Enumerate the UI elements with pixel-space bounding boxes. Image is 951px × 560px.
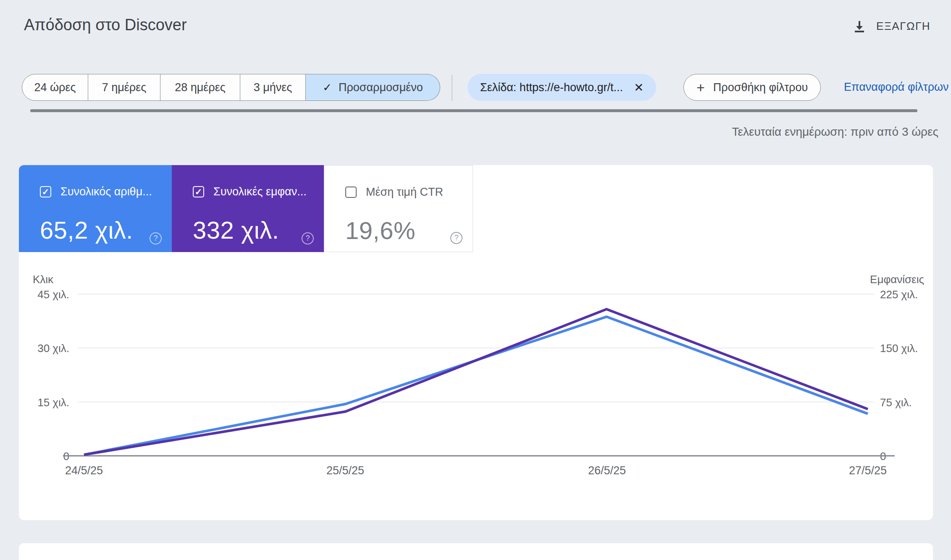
- plus-icon: +: [696, 79, 705, 96]
- question-glyph: ?: [305, 234, 310, 243]
- x-tick-date: 27/5/25: [826, 464, 910, 477]
- ctr-label: Μέση τιμή CTR: [366, 186, 443, 199]
- page-filter-label: Σελίδα: https://e-howto.gr/t...: [480, 81, 623, 94]
- impressions-label: Συνολικές εμφαν...: [213, 185, 307, 198]
- range-3m-chip[interactable]: 3 μήνες: [240, 74, 306, 101]
- question-glyph: ?: [454, 234, 458, 242]
- filters-scrollbar[interactable]: [30, 109, 917, 112]
- left-tick: 15 χιλ.: [19, 396, 69, 409]
- right-axis-title: Εμφανίσεις: [870, 273, 924, 286]
- x-tick-date: 26/5/25: [565, 464, 649, 477]
- ctr-checkbox[interactable]: [345, 187, 357, 198]
- clicks-label: Συνολικός αριθμ...: [60, 185, 152, 198]
- x-tick-date: 25/5/25: [303, 464, 387, 477]
- date-range-control: 24 ώρες 7 ημέρες 28 ημέρες 3 μήνες ✓ Προ…: [22, 74, 440, 101]
- range-28d-label: 28 ημέρες: [175, 81, 226, 94]
- search-console-performance-page: { "header": { "title": "Απόδοση στο Disc…: [0, 0, 951, 560]
- checkbox-check-icon: ✓: [42, 187, 50, 196]
- range-24h-chip[interactable]: 24 ώρες: [22, 74, 88, 101]
- right-tick: 225 χιλ.: [880, 288, 918, 301]
- left-axis-title: Κλικ: [33, 273, 53, 286]
- filter-divider: [452, 75, 452, 101]
- download-icon: [853, 19, 866, 33]
- x-tick-date: 24/5/25: [42, 464, 126, 477]
- left-tick: 45 χιλ.: [19, 288, 69, 301]
- right-tick: 75 χιλ.: [880, 396, 912, 409]
- metric-tile-impressions[interactable]: ✓ Συνολικές εμφαν... 332 χιλ. ?: [172, 165, 324, 252]
- export-label: ΕΞΑΓΩΓΗ: [876, 20, 930, 33]
- checkbox-check-icon: ✓: [195, 187, 202, 196]
- range-28d-chip[interactable]: 28 ημέρες: [160, 74, 240, 101]
- help-icon[interactable]: ?: [450, 232, 462, 244]
- range-custom-label: Προσαρμοσμένο: [339, 81, 423, 94]
- page-title: Απόδοση στο Discover: [24, 16, 187, 34]
- range-custom-chip[interactable]: ✓ Προσαρμοσμένο: [306, 74, 440, 101]
- impressions-checkbox[interactable]: ✓: [193, 186, 204, 197]
- metric-tile-clicks[interactable]: ✓ Συνολικός αριθμ... 65,2 χιλ. ?: [19, 165, 172, 252]
- question-glyph: ?: [153, 234, 158, 243]
- page-filter-chip[interactable]: Σελίδα: https://e-howto.gr/t... ✕: [468, 74, 656, 101]
- right-tick: 150 χιλ.: [880, 342, 918, 355]
- left-tick: 30 χιλ.: [19, 342, 69, 355]
- clicks-checkbox[interactable]: ✓: [40, 186, 51, 197]
- add-filter-label: Προσθήκη φίλτρου: [713, 81, 808, 94]
- range-7d-label: 7 ημέρες: [102, 81, 147, 94]
- range-3m-label: 3 μήνες: [254, 81, 292, 94]
- metric-tile-ctr[interactable]: Μέση τιμή CTR 19,6% ?: [324, 165, 473, 252]
- check-icon: ✓: [323, 81, 332, 94]
- help-icon[interactable]: ?: [150, 232, 162, 245]
- right-tick: 0: [880, 450, 886, 463]
- add-filter-button[interactable]: + Προσθήκη φίλτρου: [683, 74, 821, 101]
- last-update-text: Τελευταία ενημέρωση: πριν από 3 ώρες: [732, 125, 938, 139]
- export-button[interactable]: ΕΞΑΓΩΓΗ: [853, 19, 930, 33]
- left-tick: 0: [19, 450, 69, 463]
- reset-filters-link[interactable]: Επαναφορά φίλτρων: [844, 81, 949, 94]
- help-icon[interactable]: ?: [302, 232, 314, 245]
- close-icon[interactable]: ✕: [634, 81, 644, 95]
- range-24h-label: 24 ώρες: [34, 81, 76, 94]
- range-7d-chip[interactable]: 7 ημέρες: [88, 74, 160, 101]
- table-panel: [19, 543, 933, 560]
